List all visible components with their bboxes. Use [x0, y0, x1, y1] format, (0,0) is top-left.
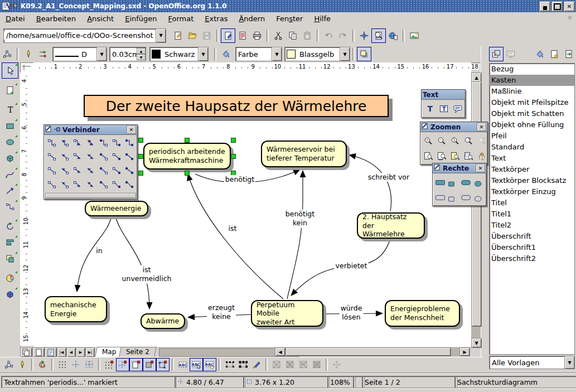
connector-type-button[interactable] [97, 136, 110, 150]
menu-format[interactable]: Format [163, 13, 200, 24]
rectangle-shape-button[interactable] [434, 190, 447, 205]
connector-type-button[interactable] [58, 150, 71, 164]
first-page-button[interactable]: |◀ [57, 347, 66, 357]
edge-label[interactable]: würde lösen [340, 304, 364, 322]
alignment-tool[interactable] [2, 234, 18, 250]
url-input[interactable] [4, 31, 156, 40]
connector-type-button[interactable] [58, 164, 71, 178]
zoom-in-button[interactable]: + [422, 133, 435, 148]
master-view-button[interactable] [45, 347, 57, 357]
line-width-spinner[interactable]: ▲▼ [137, 48, 146, 60]
rotation-mode-button[interactable] [16, 358, 29, 371]
rectangle-shape-button[interactable] [459, 175, 472, 190]
style-item[interactable]: Titel1 [490, 209, 574, 220]
modify-with-attributes-button[interactable] [250, 358, 263, 371]
export-pdf-button[interactable] [235, 28, 250, 43]
show-snaplines-button[interactable] [69, 358, 83, 371]
connectors-window-titlebar[interactable]: Verbinder ✕ [44, 125, 137, 135]
style-item[interactable]: Text [490, 153, 574, 164]
rectangle-shape-button[interactable] [459, 190, 472, 205]
connector-type-button[interactable] [97, 178, 110, 192]
style-item[interactable]: Textkörper Einzug [490, 186, 574, 197]
guides-when-moving-button[interactable] [83, 358, 96, 371]
gallery-button[interactable] [407, 28, 422, 43]
snap-to-object-border-button[interactable] [143, 358, 156, 371]
connector-type-button[interactable] [71, 136, 84, 150]
text-tool[interactable]: T [2, 101, 18, 118]
next-page-button[interactable]: ▶ [76, 347, 85, 357]
style-item[interactable]: Textkörper Blocksatz [490, 175, 574, 186]
connector-type-button[interactable] [84, 136, 97, 150]
snap-to-snaplines-button[interactable] [116, 358, 129, 371]
concept-node-reservoir[interactable]: Wärmereservoir bei tieferer Temperatur [261, 141, 347, 167]
connector-type-button[interactable] [58, 178, 71, 192]
open-button[interactable] [185, 28, 200, 43]
selection-handle[interactable] [185, 138, 190, 143]
show-grid-button[interactable] [56, 358, 69, 371]
menu-datei[interactable]: Datei [0, 13, 31, 24]
menu-ansicht[interactable]: Ansicht [81, 13, 119, 24]
3d-controller-tool[interactable] [2, 286, 18, 302]
arrange-tool[interactable] [2, 250, 18, 267]
edge-label[interactable]: erzeugt keine [207, 303, 236, 322]
style-item[interactable]: Textkörper [490, 164, 574, 175]
edge-label[interactable]: ist unvermeidlich [121, 265, 173, 284]
close-icon[interactable]: ✕ [477, 123, 486, 131]
connector-type-button[interactable] [97, 164, 110, 178]
style-item[interactable]: Kasten [490, 75, 574, 86]
drawing-canvas[interactable]: Der zweite Haupsatz der Wärmelehreperiod… [33, 72, 471, 347]
rectangle-shape-button[interactable] [447, 190, 459, 205]
ellipse-tool[interactable] [2, 134, 18, 150]
connector-type-button[interactable] [84, 150, 97, 164]
effects-mode-button[interactable] [36, 358, 49, 371]
concept-node-perpetuum[interactable]: Perpetuum Mobile zweiter Art [251, 300, 323, 327]
style-item[interactable]: Überschrift [490, 231, 574, 242]
concept-node-hauptsatz[interactable]: 2. Hauptsatz der Wärmelehre [357, 212, 425, 239]
selection-handle[interactable] [231, 138, 236, 143]
connector-type-button[interactable] [123, 150, 136, 164]
snap-to-grid-button[interactable] [103, 358, 116, 371]
style-item[interactable]: Bezug [490, 64, 574, 75]
line-color-dropdown-icon[interactable]: ▼ [198, 47, 208, 61]
callout-tool-button[interactable] [451, 101, 464, 117]
concept-node-abwaerme[interactable]: Abwärme [141, 313, 185, 329]
connector-type-button[interactable] [110, 164, 123, 178]
fill-color-combobox[interactable]: Blassgelb ▼ [284, 47, 350, 61]
prev-page-button[interactable]: ◀ [66, 347, 76, 357]
edge-label[interactable]: verbietet [335, 262, 369, 270]
status-zoom[interactable]: 108% [327, 376, 356, 388]
style-item[interactable]: Maßlinie [490, 86, 574, 97]
connector-type-button[interactable] [97, 150, 110, 164]
menu-fenster[interactable]: Fenster [270, 13, 308, 24]
copy-button[interactable] [285, 28, 300, 43]
menu-bearbeiten[interactable]: Bearbeiten [31, 13, 81, 24]
edge-label[interactable]: schreibt vor [367, 173, 410, 182]
menu-extras[interactable]: Extras [199, 13, 233, 24]
hyperlink-button[interactable] [386, 28, 400, 43]
zoom-previous-button[interactable] [462, 133, 475, 148]
select-text-area-button[interactable]: ABC [190, 358, 203, 371]
scroll-down-icon[interactable]: ▼ [471, 338, 482, 348]
connectors-window[interactable]: Verbinder ✕ [43, 124, 138, 200]
edge-label[interactable]: benötigt [224, 175, 255, 184]
connector-type-button[interactable] [110, 150, 123, 164]
connector-type-button[interactable] [110, 178, 123, 192]
text-frame-tool-button[interactable]: T [437, 101, 451, 117]
page-view-button[interactable] [32, 347, 45, 357]
line-width-field[interactable]: 0.03cm ▲▼ [109, 47, 146, 61]
zoom-tool[interactable] [2, 82, 18, 98]
connector-type-button[interactable] [84, 164, 97, 178]
url-combobox[interactable]: ▼ [3, 28, 166, 43]
connector-type-button[interactable] [71, 164, 84, 178]
update-style-button[interactable] [562, 47, 576, 61]
edit-file-button[interactable] [221, 28, 235, 43]
snap-to-margins-button[interactable] [129, 358, 143, 371]
edit-points-mode-button[interactable] [2, 358, 16, 371]
zoom-window-titlebar[interactable]: Zoomen ✕ [420, 122, 487, 132]
last-page-button[interactable]: ▶| [85, 347, 95, 357]
menu-einfügen[interactable]: Einfügen [119, 13, 162, 24]
line-style-combobox[interactable]: D ▼ [52, 47, 107, 61]
connector-type-button[interactable] [123, 178, 136, 192]
style-item[interactable]: Standard [490, 142, 574, 153]
new-document-button[interactable] [171, 28, 185, 43]
